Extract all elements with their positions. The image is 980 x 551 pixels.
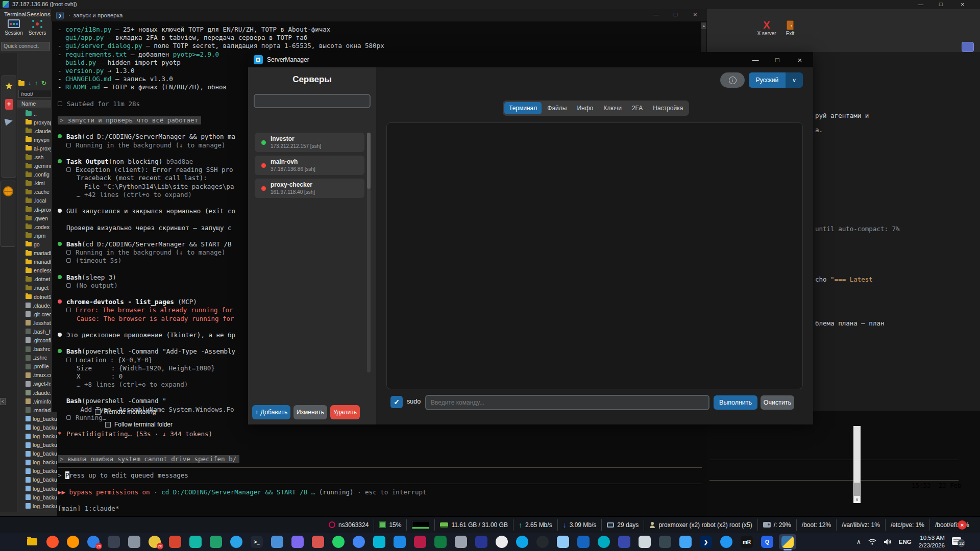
edit-server-button[interactable]: Изменить [293, 405, 327, 419]
taskbar-icon-brave[interactable] [44, 534, 61, 549]
taskbar-icon-telegram[interactable] [228, 534, 245, 549]
taskbar-icon-start[interactable] [3, 534, 20, 549]
tab-Файлы[interactable]: Файлы [543, 102, 571, 114]
taskbar-icon-app-cyan[interactable] [371, 534, 388, 549]
menu-sessions[interactable]: Sessions [27, 11, 51, 17]
window-maximize[interactable]: □ [939, 1, 943, 7]
taskbar-icon-chatgpt[interactable] [493, 534, 510, 549]
tab-Настройка[interactable]: Настройка [648, 102, 688, 114]
terminal-titlebar[interactable]: ❯ · запуск и проверка — □ × [51, 9, 707, 21]
taskbar-icon-app-blue2[interactable] [391, 534, 408, 549]
favorites-star-icon[interactable]: ★ [2, 80, 16, 92]
globe-icon[interactable] [3, 186, 13, 196]
quick-connect-input[interactable]: Quick connect. [1, 42, 50, 51]
taskbar-icon-github[interactable] [534, 534, 551, 549]
terminal-close[interactable]: × [693, 11, 697, 18]
taskbar-icon-python-terminal[interactable] [779, 534, 796, 549]
upload-icon[interactable]: ↑ [35, 80, 38, 87]
sm-maximize[interactable]: □ [768, 52, 787, 67]
taskbar-icon-app-red[interactable] [166, 534, 184, 549]
taskbar-icon-app-purple[interactable] [289, 534, 306, 549]
taskbar-icon-app-red2[interactable] [309, 534, 327, 549]
paper-plane-icon[interactable] [5, 117, 14, 126]
command-input[interactable] [425, 395, 709, 410]
taskbar-icon-app-teal2[interactable] [595, 534, 612, 549]
tab-2FA[interactable]: 2FA [627, 102, 647, 114]
session-button[interactable]: Session [3, 19, 24, 41]
taskbar-icon-app-grey2[interactable] [452, 534, 470, 549]
scrollbar-thumb[interactable] [367, 133, 371, 189]
taskbar-icon-cmd[interactable]: >_ [248, 534, 265, 549]
taskbar-icon-chrome-canary[interactable]: 20 [146, 534, 163, 549]
taskbar-icon-app-blue[interactable] [268, 534, 286, 549]
server-search-input[interactable] [254, 94, 371, 108]
tab-Терминал[interactable]: Терминал [504, 102, 542, 114]
tab-Инфо[interactable]: Инфо [572, 102, 598, 114]
taskbar-icon-app-lightgrey[interactable] [636, 534, 653, 549]
servers-button[interactable]: Servers [27, 19, 48, 41]
taskbar-icon-app-teal[interactable] [187, 534, 204, 549]
taskbar-icon-app-blue3[interactable] [677, 534, 694, 549]
download-icon[interactable]: ↓ [28, 80, 31, 87]
background-scrollbar[interactable]: ∨ [853, 426, 861, 503]
taskbar-icon-app-darkred[interactable] [411, 534, 429, 549]
taskbar-icon-app-grey[interactable] [126, 534, 143, 549]
sm-minimize[interactable]: — [746, 52, 765, 67]
taskbar-icon-app-green[interactable] [207, 534, 225, 549]
taskbar-icon-powershell[interactable]: ❯ [697, 534, 715, 549]
taskbar-icon-whatsapp[interactable] [330, 534, 347, 549]
taskbar-icon-app-lightblue[interactable] [554, 534, 572, 549]
server-card-proxy-checker[interactable]: proxy-checker161.97.118.40 [ssh] [255, 179, 364, 198]
taskbar-icon-chrome[interactable] [350, 534, 368, 549]
taskbar-icon-explorer[interactable] [23, 534, 41, 549]
ssh-output-textbox[interactable] [386, 122, 803, 389]
info-button[interactable]: i [720, 72, 745, 88]
taskbar-icon-mremoteng[interactable]: mR [738, 534, 755, 549]
notification-center[interactable]: 32 [952, 537, 965, 547]
tools-knife-icon[interactable]: + [5, 99, 13, 110]
wifi-icon[interactable] [868, 538, 876, 545]
window-close[interactable]: × [961, 1, 965, 8]
taskbar-icon-quick-assist[interactable]: Q [758, 534, 776, 549]
server-card-main-ovh[interactable]: main-ovh37.187.136.86 [ssh] [255, 156, 364, 175]
input-language[interactable]: ENG [899, 539, 912, 545]
terminal-maximize[interactable]: □ [674, 11, 677, 17]
taskbar-icon-word[interactable] [575, 534, 592, 549]
terminal-minimize[interactable]: — [653, 11, 659, 17]
close-monitoring-button[interactable]: × [958, 520, 967, 530]
sm-close[interactable]: × [790, 52, 810, 67]
sidebar-pin-icon[interactable] [962, 42, 974, 52]
taskbar-icon-app-slate[interactable] [656, 534, 674, 549]
scrollbar-thumb[interactable] [854, 483, 860, 496]
refresh-icon[interactable]: ↻ [41, 80, 46, 87]
taskbar-icon-browser-blue[interactable]: 26 [85, 534, 102, 549]
language-dropdown[interactable]: Русский ∨ [749, 72, 803, 88]
server-list-scrollbar[interactable] [367, 133, 371, 372]
exit-button[interactable]: Exit [781, 19, 799, 40]
taskbar-icon-excel[interactable] [432, 534, 449, 549]
taskbar-icon-firefox[interactable] [64, 534, 82, 549]
menu-terminal[interactable]: Terminal [4, 11, 26, 17]
scrollbar-down-arrow[interactable]: ∨ [853, 496, 861, 503]
servermanager-titlebar[interactable]: ServerManager — □ × [248, 52, 813, 67]
remote-monitoring-checkbox[interactable] [95, 409, 101, 415]
scroll-left-arrow[interactable]: < [0, 398, 6, 405]
clear-button[interactable]: Очистить [761, 395, 794, 410]
run-command-button[interactable]: Выполнить [714, 395, 757, 410]
tab-Ключи[interactable]: Ключи [599, 102, 626, 114]
xserver-button[interactable]: X X server [755, 19, 778, 40]
taskbar-icon-app-indigo[interactable] [473, 534, 490, 549]
window-minimize[interactable]: — [918, 1, 923, 7]
follow-terminal-folder-checkbox[interactable] [105, 422, 111, 428]
add-server-button[interactable]: + Добавить [252, 405, 290, 419]
speaker-icon[interactable] [884, 538, 892, 545]
tray-chevron-icon[interactable]: ∧ [856, 538, 861, 545]
sudo-checkbox[interactable]: ✓ [390, 396, 403, 408]
server-card-investor[interactable]: investor173.212.212.157 [ssh] [255, 133, 364, 152]
taskbar-icon-monitor-blue[interactable] [718, 534, 735, 549]
follow-terminal-folder-option[interactable]: Follow terminal folder [105, 421, 173, 428]
taskbar-icon-app-dark[interactable] [105, 534, 122, 549]
folder-up-icon[interactable] [18, 81, 24, 86]
taskbar-icon-app-indigo2[interactable] [616, 534, 633, 549]
delete-server-button[interactable]: Удалить [330, 405, 360, 419]
